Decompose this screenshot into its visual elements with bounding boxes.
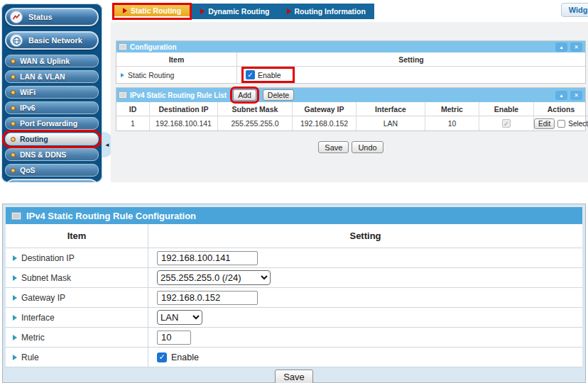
dialog-save-button[interactable]: Save: [275, 370, 313, 383]
row-label: Destination IP: [21, 253, 75, 263]
row-label: Static Routing: [128, 71, 174, 79]
rule-enable-checkbox[interactable]: ✓: [157, 353, 167, 362]
rule-enabled-checkbox: ✓: [502, 119, 511, 128]
sidebar-item-label: Status: [28, 13, 53, 21]
rule-table: ID Destination IP Subnet Mask Gateway IP…: [116, 102, 585, 131]
bullet-icon: [11, 168, 16, 173]
sidebar-item-routing[interactable]: Routing: [5, 133, 99, 145]
panel-title: IPv4 Static Routing Rule List: [130, 91, 227, 99]
sidebar-item-object-definition[interactable]: Object Definition: [5, 179, 99, 182]
tab-dynamic-routing[interactable]: Dynamic Routing: [192, 4, 278, 19]
rule-list-panel-header: IPv4 Static Routing Rule List Add Delete…: [116, 88, 585, 102]
sidebar-item-lan-vlan[interactable]: LAN & VLAN: [5, 70, 99, 83]
undo-button[interactable]: Undo: [352, 141, 383, 153]
close-panel-button[interactable]: ✕: [570, 43, 582, 52]
window-icon: [119, 44, 126, 50]
tab-arrow-icon: [287, 9, 291, 14]
sidebar-item-wan-uplink[interactable]: WAN & Uplink: [5, 55, 99, 67]
edit-button[interactable]: Edit: [534, 118, 555, 129]
dialog-row-metric: Metric: [6, 328, 582, 348]
collapse-panel-button[interactable]: ▴: [555, 43, 567, 52]
column-header-item: Item: [6, 224, 148, 248]
sidebar-item-label: WiFi: [20, 88, 36, 96]
gateway-ip-input[interactable]: [157, 291, 258, 305]
sidebar: Status Basic Network WAN & Uplink LAN & …: [1, 4, 102, 182]
row-arrow-icon: [13, 315, 17, 321]
save-undo-bar: Save Undo: [116, 141, 586, 153]
select-label: Select: [568, 120, 588, 128]
screen: Status Basic Network WAN & Uplink LAN & …: [0, 0, 588, 383]
bullet-icon: [11, 152, 16, 157]
row-label: Metric: [21, 333, 45, 343]
cell-destination-ip: 192.168.100.141: [150, 116, 218, 131]
collapse-panel-button[interactable]: ▴: [555, 91, 567, 100]
sidebar-item-port-forwarding[interactable]: Port Forwarding: [5, 117, 99, 130]
close-panel-button[interactable]: ✕: [570, 91, 582, 100]
column-header-item: Item: [116, 52, 237, 66]
sidebar-item-label: Basic Network: [28, 36, 82, 45]
tab-label: Static Routing: [131, 6, 181, 15]
tab-label: Dynamic Routing: [208, 7, 269, 16]
sidebar-item-ipv6[interactable]: IPv6: [5, 101, 99, 114]
enable-label: Enable: [171, 353, 199, 362]
cell-gateway-ip: 192.168.0.152: [293, 116, 356, 131]
object-icon: [10, 182, 23, 182]
select-checkbox[interactable]: [557, 120, 565, 128]
collapse-left-icon: ◄: [104, 142, 110, 148]
cell-metric: 10: [425, 116, 479, 131]
tab-static-routing[interactable]: Static Routing: [114, 5, 190, 18]
panel-title: Configuration: [130, 43, 177, 51]
cell-id: 1: [116, 116, 150, 131]
column-header-setting: Setting: [237, 52, 585, 66]
rule-configuration-dialog: IPv4 Static Routing Rule Configuration I…: [2, 204, 586, 383]
highlight-annotation: Static Routing: [112, 3, 192, 20]
sidebar-item-status[interactable]: Status: [5, 8, 99, 26]
dialog-footer: Save: [3, 367, 585, 383]
destination-ip-input[interactable]: [157, 251, 258, 265]
dialog-title: IPv4 Static Routing Rule Configuration: [26, 211, 196, 221]
sidebar-item-dns-ddns[interactable]: DNS & DDNS: [5, 148, 99, 161]
sidebar-item-label: LAN & VLAN: [20, 72, 65, 81]
column-header-setting: Setting: [148, 224, 582, 248]
dialog-row-interface: Interface LAN: [6, 308, 582, 328]
metric-input[interactable]: [157, 331, 191, 345]
cell-subnet-mask: 255.255.255.0: [218, 116, 293, 131]
window-icon: [119, 92, 126, 98]
column-header-gateway-ip: Gateway IP: [293, 102, 356, 116]
tab-bar: Static Routing Dynamic Routing Routing I…: [112, 3, 374, 20]
row-label: Interface: [21, 313, 55, 323]
bullet-icon: [11, 121, 16, 126]
column-header-enable: Enable: [479, 102, 534, 116]
column-header-destination-ip: Destination IP: [150, 102, 218, 116]
bullet-icon: [11, 106, 16, 111]
dialog-table: Item Setting Destination IP Subnet Mask: [6, 224, 582, 367]
interface-select[interactable]: LAN: [157, 310, 202, 325]
widget-button[interactable]: Widget: [561, 3, 588, 17]
static-routing-enable-checkbox[interactable]: ✓: [246, 70, 255, 79]
dialog-row-gateway-ip: Gateway IP: [6, 288, 582, 308]
configuration-panel: Configuration ▴ ✕ Item Setting Static Ro…: [116, 40, 586, 84]
cell-enable: ✓: [479, 116, 534, 131]
subnet-mask-select[interactable]: 255.255.255.0 (/24): [157, 270, 271, 285]
dialog-row-rule: Rule ✓ Enable: [6, 348, 582, 367]
table-header-row: Item Setting: [116, 52, 585, 67]
row-arrow-icon: [13, 255, 17, 261]
column-header-interface: Interface: [356, 102, 425, 116]
save-button[interactable]: Save: [318, 141, 349, 153]
sidebar-item-qos[interactable]: QoS: [5, 164, 99, 177]
sidebar-item-label: WAN & Uplink: [20, 57, 70, 65]
sidebar-item-label: QoS: [20, 166, 36, 174]
row-arrow-icon: [121, 73, 124, 77]
configuration-panel-header: Configuration ▴ ✕: [116, 41, 585, 52]
row-arrow-icon: [13, 355, 17, 360]
tab-routing-information[interactable]: Routing Information: [278, 4, 374, 19]
bullet-icon: [11, 90, 16, 95]
sidebar-item-basic-network[interactable]: Basic Network: [5, 31, 99, 50]
column-header-subnet-mask: Subnet Mask: [218, 102, 293, 116]
static-routing-row: Static Routing ✓ Enable: [116, 67, 585, 83]
add-button[interactable]: Add: [233, 89, 256, 101]
tab-arrow-icon: [123, 8, 127, 13]
sidebar-item-wifi[interactable]: WiFi: [5, 86, 99, 99]
delete-button[interactable]: Delete: [263, 89, 294, 101]
column-header-actions: Actions: [534, 102, 588, 116]
